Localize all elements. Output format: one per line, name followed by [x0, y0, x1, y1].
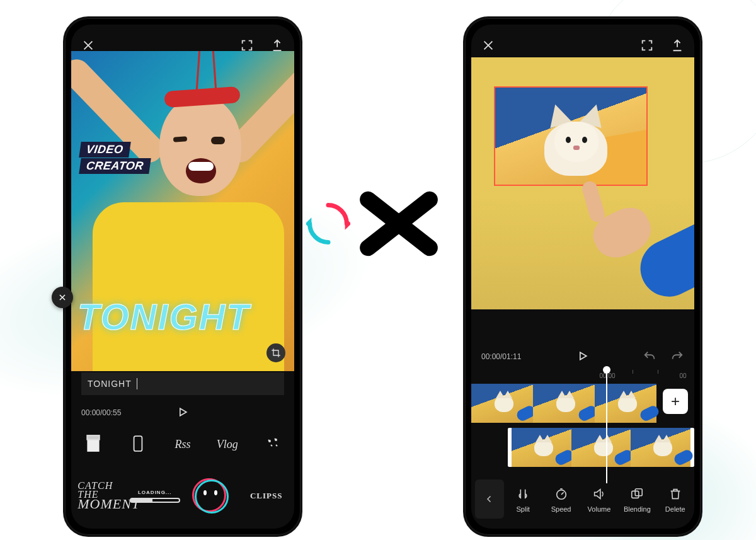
text-cursor [137, 378, 137, 389]
tool-label: Volume [581, 505, 617, 513]
timeline-ruler[interactable]: 00:00 00 [471, 370, 694, 381]
timeline-track-overlay-selected[interactable] [508, 428, 694, 467]
clip-thumbnail[interactable] [571, 428, 631, 467]
export-icon[interactable] [670, 38, 684, 52]
add-clip-button[interactable]: + [663, 389, 688, 414]
preview-hand-illustration [593, 209, 694, 284]
clip-thumbnail[interactable] [533, 384, 595, 423]
crop-button[interactable] [266, 343, 285, 362]
logo-cross-icon [355, 189, 444, 258]
blending-icon [619, 485, 655, 503]
playback-bar: 00:00/01:11 [481, 347, 684, 366]
style-tab-vlog[interactable]: Vlog [210, 438, 245, 451]
overlay-title[interactable]: TONIGHT [77, 296, 250, 338]
svg-point-6 [275, 439, 277, 440]
sticker-moment-bottom: MOMENT [77, 498, 124, 510]
clip-thumbnail[interactable] [471, 384, 533, 423]
svg-rect-4 [134, 436, 142, 451]
clip-thumbnail[interactable] [512, 428, 571, 467]
style-tab-plain[interactable] [76, 434, 111, 455]
tool-label: Blending [619, 505, 655, 513]
tool-label: Speed [543, 505, 580, 513]
speed-icon [543, 485, 580, 503]
redo-icon[interactable] [670, 350, 684, 364]
volume-icon [581, 485, 617, 503]
collapse-tools-button[interactable] [475, 480, 504, 519]
overlay-label-line1: VIDEO [79, 142, 130, 158]
style-tab-sparkle[interactable] [255, 436, 290, 453]
floating-close-button[interactable] [52, 287, 73, 308]
sticker-presets: CATCH THE MOMENT LOADING... CLIPSS [71, 471, 294, 521]
tool-volume[interactable]: Volume [581, 485, 617, 513]
tool-blending[interactable]: Blending [619, 485, 655, 513]
play-button[interactable] [176, 406, 189, 420]
picture-in-picture-layer[interactable] [494, 86, 648, 186]
tool-delete[interactable]: Delete [657, 485, 694, 513]
clip-thumbnail[interactable] [595, 384, 656, 423]
tool-speed[interactable]: Speed [543, 485, 580, 513]
svg-rect-3 [88, 435, 100, 439]
pip-cat-illustration [537, 99, 612, 175]
fullscreen-icon[interactable] [640, 38, 654, 52]
text-input-value: TONIGHT [88, 379, 132, 389]
clip-thumbnail[interactable] [631, 428, 690, 467]
video-preview[interactable]: VIDEO CREATOR TONIGHT [71, 51, 294, 371]
overlay-label-line2: CREATOR [79, 158, 151, 174]
right-topbar [471, 25, 694, 57]
svg-point-5 [269, 440, 270, 442]
text-style-tabs: Rss Vlog [71, 425, 294, 463]
tool-label: Delete [657, 505, 694, 513]
text-input-field[interactable]: TONIGHT [81, 372, 284, 395]
tool-label: Split [505, 505, 541, 513]
undo-icon[interactable] [643, 350, 656, 364]
export-icon[interactable] [270, 38, 284, 52]
close-icon[interactable] [81, 38, 95, 52]
sticker-clipss[interactable]: CLIPSS [241, 491, 292, 501]
add-clip-label: + [671, 393, 680, 410]
tool-split[interactable]: Split [505, 485, 541, 513]
logo-swirl-icon [306, 202, 350, 246]
close-icon[interactable] [481, 38, 495, 52]
clip-tool-row: Split Speed Volume Blending Delete [471, 474, 694, 524]
delete-icon [657, 485, 694, 503]
sticker-loading[interactable]: LOADING... [130, 490, 180, 503]
phone-mockup-right: 00:00/01:11 00:00 00 + [463, 16, 702, 537]
timeline-playhead[interactable] [606, 367, 607, 483]
fullscreen-icon[interactable] [240, 38, 254, 52]
timeline-track-main[interactable] [471, 384, 656, 423]
style-tab-outline[interactable] [120, 434, 156, 456]
timecode-label: 00:00/01:11 [481, 352, 521, 361]
playback-bar: 00:00/00:55 [81, 404, 284, 422]
preview-letterbox [471, 309, 694, 343]
ruler-label-1: 00 [679, 372, 686, 379]
style-tab-script[interactable]: Rss [165, 438, 200, 451]
sticker-smiley[interactable] [185, 479, 236, 513]
phone-mockup-left: VIDEO CREATOR TONIGHT TONIGHT 00:00/00:5… [63, 16, 302, 537]
video-preview[interactable] [471, 57, 694, 309]
timecode-label: 00:00/00:55 [81, 408, 121, 417]
sticker-moment[interactable]: CATCH THE MOMENT [74, 481, 124, 510]
play-button[interactable] [576, 350, 589, 364]
split-icon [505, 485, 541, 503]
capcut-logo [296, 189, 454, 258]
